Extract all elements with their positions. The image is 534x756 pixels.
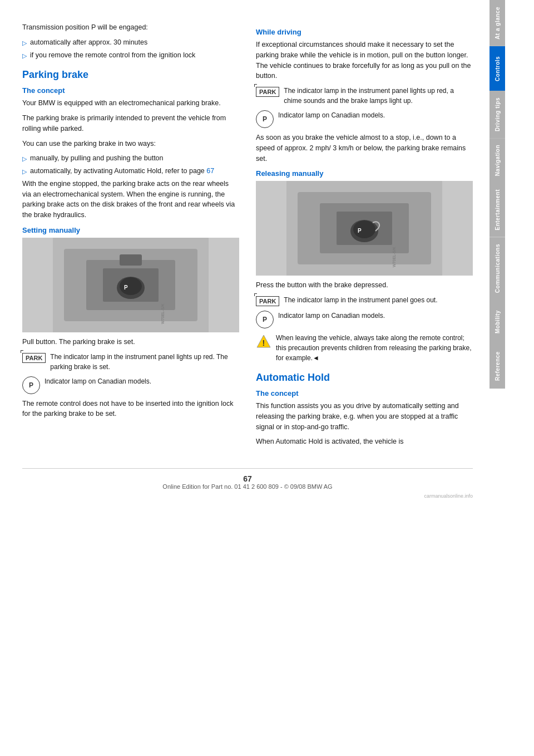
svg-point-14 (353, 220, 375, 238)
sidebar-tab-controls[interactable]: Controls (490, 46, 505, 91)
sidebar-tab-driving-tips[interactable]: Driving tips (490, 91, 505, 138)
svg-text:!: ! (263, 338, 265, 347)
sidebar-tab-at-a-glance[interactable]: At a glance (490, 0, 505, 46)
svg-rect-7 (120, 254, 142, 266)
park-indicator-release: PARK The indicator lamp in the instrumen… (256, 295, 473, 306)
page-wrapper: Transmission position P will be engaged:… (0, 0, 534, 756)
auto-hold-concept-subheading: The concept (256, 389, 473, 397)
svg-text:P: P (124, 284, 128, 291)
bullet-automatically: ▷ automatically, by activating Automatic… (22, 166, 239, 176)
automatic-hold-heading: Automatic Hold (256, 372, 473, 384)
sidebar-tab-mobility[interactable]: Mobility (490, 300, 505, 344)
setting-manually-subheading: Setting manually (22, 226, 239, 234)
warning-triangle-icon: ! (256, 334, 271, 350)
right-column: While driving If exceptional circumstanc… (256, 22, 473, 451)
svg-text:W70EL-S/K: W70EL-S/K (392, 247, 396, 267)
park-box: PARK (22, 353, 46, 363)
park-box-driving: PARK (256, 87, 279, 97)
canada-indicator-release: P Indicator lamp on Canadian models. (256, 311, 473, 328)
svg-point-5 (120, 277, 142, 295)
concept-para3: You can use the parking brake in two way… (22, 139, 239, 149)
bullet-arrow-icon-3: ▷ (22, 154, 27, 164)
releasing-manually-subheading: Releasing manually (256, 169, 473, 178)
two-column-layout: Transmission position P will be engaged:… (22, 22, 473, 451)
while-driving-subheading: While driving (256, 28, 473, 36)
warning-box: ! When leaving the vehicle, always take … (256, 333, 473, 363)
concept-para4: With the engine stopped, the parking bra… (22, 179, 239, 220)
sidebar-tab-entertainment[interactable]: Entertainment (490, 183, 505, 237)
left-column: Transmission position P will be engaged:… (22, 22, 239, 451)
canada-indicator-set: P Indicator lamp on Canadian models. (22, 376, 239, 394)
svg-text:W70EL-S/K: W70EL-S/K (161, 303, 165, 324)
canada-p-circle-driving: P (256, 110, 274, 128)
canada-p-circle: P (22, 376, 40, 394)
parking-brake-heading: Parking brake (22, 69, 239, 81)
bullet-auto-30min: ▷ automatically after approx. 30 minutes (22, 37, 239, 48)
while-driving-para2: As soon as you brake the vehicle almost … (256, 132, 473, 164)
warning-text: When leaving the vehicle, always take al… (276, 333, 473, 363)
concept-para2: The parking brake is primarily intended … (22, 113, 239, 134)
the-concept-subheading: The concept (22, 86, 239, 95)
setting-manually-caption: Pull button. The parking brake is set. (22, 337, 239, 347)
park-box-corner (21, 350, 23, 353)
remote-text: The remote control does not have to be i… (22, 399, 239, 420)
park-box-corner-release (254, 293, 257, 296)
park-indicator-driving: PARK The indicator lamp in the instrumen… (256, 86, 473, 106)
sidebar: At a glance Controls Driving tips Naviga… (490, 0, 505, 756)
bullet-arrow-icon: ▷ (22, 38, 27, 48)
auto-hold-para2: When Automatic Hold is activated, the ve… (256, 436, 473, 447)
park-box-release: PARK (256, 296, 279, 306)
releasing-caption: Press the button with the brake depresse… (256, 280, 473, 291)
canada-indicator-driving: P Indicator lamp on Canadian models. (256, 110, 473, 128)
park-box-corner-driving (254, 84, 257, 87)
while-driving-para1: If exceptional circumstances should make… (256, 40, 473, 81)
setting-manually-image: P W70EL-S/K (22, 238, 239, 332)
canada-release-text: Indicator lamp on Canadian models. (278, 311, 385, 321)
concept-para1: Your BMW is equipped with an electromech… (22, 98, 239, 109)
canada-p-circle-release: P (256, 311, 274, 328)
bullet-arrow-icon-4: ▷ (22, 167, 27, 176)
park-indicator-release-text: The indicator lamp in the instrument pan… (284, 295, 437, 305)
releasing-manually-image: P W70EL-S/K (256, 181, 473, 276)
svg-text:P: P (358, 228, 362, 234)
main-content: Transmission position P will be engaged:… (0, 0, 490, 756)
watermark: carmanualsonline.info (22, 493, 473, 499)
page-link-67[interactable]: 67 (206, 167, 214, 175)
auto-hold-para1: This function assists you as you drive b… (256, 401, 473, 432)
sidebar-tab-communications[interactable]: Communications (490, 237, 505, 300)
page-number: 67 (243, 474, 252, 483)
sidebar-tab-reference[interactable]: Reference (490, 344, 505, 389)
canada-set-text: Indicator lamp on Canadian models. (44, 376, 151, 386)
footer-text: Online Edition for Part no. 01 41 2 600 … (162, 483, 332, 490)
sidebar-tab-navigation[interactable]: Navigation (490, 138, 505, 183)
bullet-arrow-icon-2: ▷ (22, 51, 27, 61)
intro-transmission: Transmission position P will be engaged: (22, 22, 239, 33)
park-indicator-driving-text: The indicator lamp in the instrument pan… (284, 86, 473, 106)
canada-driving-text: Indicator lamp on Canadian models. (278, 110, 385, 120)
park-indicator-set: PARK The indicator lamp in the instrumen… (22, 352, 239, 372)
bullet-manually: ▷ manually, by pulling and pushing the b… (22, 153, 239, 164)
page-footer: 67 Online Edition for Part no. 01 41 2 6… (22, 468, 473, 490)
bullet-remove-remote: ▷ if you remove the remote control from … (22, 50, 239, 61)
park-indicator-set-text: The indicator lamp in the instrument pan… (50, 352, 239, 372)
